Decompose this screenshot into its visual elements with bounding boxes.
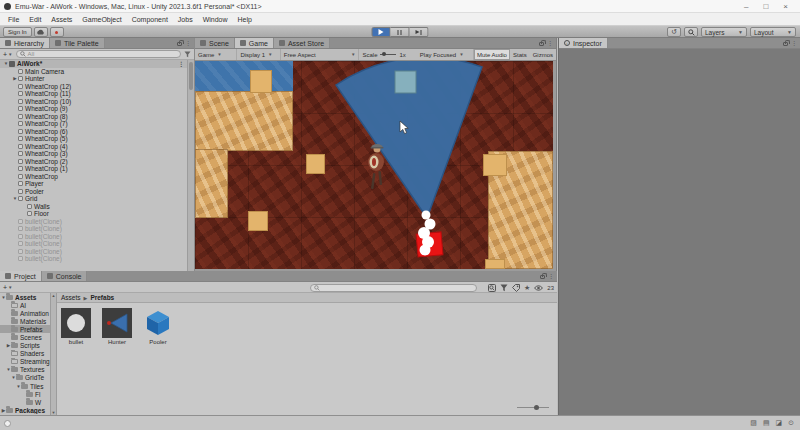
folder-streaming[interactable]: Streaming [0,358,50,366]
hierarchy-item-wheatcrop-1[interactable]: WheatCrop (1) [0,165,187,173]
scroll-up-icon[interactable]: ▲ [51,293,56,298]
hierarchy-item-bullet-clone[interactable]: bullet(Clone) [0,248,187,256]
tab-inspector[interactable]: i Inspector [559,38,608,48]
hierarchy-item-walls[interactable]: Walls [0,203,187,211]
create-asset-button[interactable]: +▼ [3,284,13,291]
hierarchy-item-wheatcrop-12[interactable]: WheatCrop (12) [0,83,187,91]
panel-menu-icon[interactable]: ⋮ [791,40,797,46]
status-indicator-icon[interactable]: ⊙ [788,419,794,427]
folder-packages[interactable]: ▶Packages [0,406,50,414]
slider-knob-icon[interactable] [382,52,386,56]
game-tab-asset-store[interactable]: Asset Store [274,38,330,48]
menu-component[interactable]: Component [127,16,173,23]
folder-animation[interactable]: Animation [0,309,50,317]
hierarchy-item-wheatcrop-3[interactable]: WheatCrop (3) [0,150,187,158]
hierarchy-tab-tile-palette[interactable]: Tile Palette [50,38,105,48]
hierarchy-item-wheatcrop-4[interactable]: WheatCrop (4) [0,143,187,151]
breadcrumb-prefabs[interactable]: Prefabs [90,294,114,301]
lock-icon[interactable] [783,42,788,46]
hierarchy-tab-hierarchy[interactable]: Hierarchy [0,38,50,48]
search-by-type-icon[interactable] [500,284,508,292]
hierarchy-item-wheatcrop-6[interactable]: WheatCrop (6) [0,128,187,136]
game-viewport[interactable] [195,61,553,269]
close-button[interactable]: × [783,0,788,13]
panel-menu-icon[interactable]: ⋮ [547,40,553,46]
hierarchy-item-wheatcrop-10[interactable]: WheatCrop (10) [0,98,187,106]
hierarchy-item-wheatcrop-7[interactable]: WheatCrop (7) [0,120,187,128]
folder-scenes[interactable]: Scenes [0,333,50,341]
favorites-star-icon[interactable]: ★ [524,284,530,292]
scrollbar-thumb[interactable] [189,62,193,90]
asset-bullet[interactable]: bullet [59,308,93,410]
hierarchy-item-player[interactable]: Player [0,180,187,188]
hierarchy-item-pooler[interactable]: Pooler [0,188,187,196]
asset-pooler[interactable]: Pooler [141,308,175,410]
maximize-button[interactable]: □ [763,0,768,13]
hierarchy-search-input[interactable]: All [16,50,181,58]
hierarchy-item-wheatcrop-9[interactable]: WheatCrop (9) [0,105,187,113]
menu-edit[interactable]: Edit [24,16,46,23]
hierarchy-item-grid[interactable]: ▼Grid [0,195,187,203]
hierarchy-item-bullet-clone[interactable]: bullet(Clone) [0,255,187,263]
status-indicator-icon[interactable]: ▤ [763,419,770,427]
sign-in-button[interactable]: Sign In [3,27,32,37]
hierarchy-item-bullet-clone[interactable]: bullet(Clone) [0,240,187,248]
hierarchy-scrollbar[interactable] [187,60,194,271]
scene-options-icon[interactable]: ⋮ [178,61,184,67]
play-focused-dropdown[interactable]: Play Focused▼ [417,49,474,60]
stats-toggle[interactable]: Stats [510,49,530,60]
search-button[interactable] [684,27,698,37]
hierarchy-item-main-camera[interactable]: Main Camera [0,68,187,76]
folder-shaders[interactable]: Shaders [0,350,50,358]
slider-knob-icon[interactable] [534,405,539,410]
game-tab-game[interactable]: Game [235,38,274,48]
console-message-icon[interactable] [4,420,11,427]
hierarchy-item-wheatcrop-5[interactable]: WheatCrop (5) [0,135,187,143]
hierarchy-item-hunter[interactable]: ▶Hunter [0,75,187,83]
folder-w[interactable]: W [0,398,50,406]
folder-gridte[interactable]: ▼GridTe [0,374,50,382]
lock-icon[interactable] [539,42,544,46]
thumbnail-size-slider[interactable] [517,405,549,410]
folder-fl[interactable]: Fl [0,390,50,398]
hierarchy-item-aiwork[interactable]: ▼AiWork*⋮ [0,60,187,68]
undo-history-button[interactable]: ↺ [667,27,681,37]
folder-prefabs[interactable]: Prefabs [0,325,50,333]
step-button[interactable] [410,27,429,37]
folder-ai[interactable]: AI [0,301,50,309]
menu-jobs[interactable]: Jobs [173,16,198,23]
hierarchy-item-wheatcrop[interactable]: WheatCrop [0,173,187,181]
hidden-count-eye-icon[interactable] [534,285,543,291]
folder-textures[interactable]: ▼Textures [0,366,50,374]
project-tab-console[interactable]: Console [42,271,88,281]
search-by-label-icon[interactable] [512,284,520,292]
cloud-button[interactable] [34,27,48,37]
collab-button[interactable] [50,27,64,37]
hierarchy-item-bullet-clone[interactable]: bullet(Clone) [0,233,187,241]
hierarchy-item-bullet-clone[interactable]: bullet(Clone) [0,225,187,233]
filter-icon[interactable] [184,51,191,58]
menu-gameobject[interactable]: GameObject [77,16,126,23]
breadcrumb-assets[interactable]: Assets [61,294,81,301]
mute-audio-toggle[interactable]: Mute Audio [474,49,510,60]
aspect-ratio-dropdown[interactable]: Free Aspect▼ [281,49,360,60]
project-tab-project[interactable]: Project [0,271,42,281]
hierarchy-item-bullet-clone[interactable]: bullet(Clone) [0,218,187,226]
folder-materials[interactable]: Materials [0,317,50,325]
lock-icon[interactable] [540,275,545,279]
menu-help[interactable]: Help [233,16,257,23]
layers-dropdown[interactable]: Layers▼ [701,27,747,37]
display-dropdown[interactable]: Display 1▼ [237,49,280,60]
status-indicator-icon[interactable]: ◪ [776,419,783,427]
scale-slider[interactable] [380,54,396,55]
layout-dropdown[interactable]: Layout▼ [750,27,796,37]
play-button[interactable] [372,27,391,37]
hierarchy-item-floor[interactable]: Floor [0,210,187,218]
pause-button[interactable] [391,27,410,37]
folder-tiles[interactable]: ▼Tiles [0,382,50,390]
folder-assets[interactable]: ▼Assets [0,293,50,301]
menu-assets[interactable]: Assets [46,16,77,23]
lock-icon[interactable] [177,42,182,46]
hierarchy-item-wheatcrop-2[interactable]: WheatCrop (2) [0,158,187,166]
display-target-dropdown[interactable]: Game▼ [195,49,237,60]
